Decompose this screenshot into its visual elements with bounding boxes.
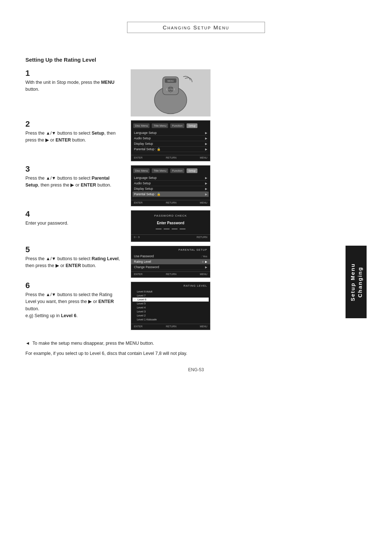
rs-title: RATING LEVEL — [131, 284, 210, 287]
step-5-screen: PARENTAL SETUP Use Password : Yes Rating… — [131, 246, 210, 278]
menu-item-audio: Audio Setup▶ — [134, 136, 207, 141]
ps-rating-level-highlighted: Rating Level : 8 ▶ — [131, 259, 210, 265]
step-5-main: 5 Press the ▲/▼ buttons to select Rating… — [25, 246, 342, 360]
pw-range-label: 0 ~ 9 — [134, 236, 140, 238]
ps-use-password: Use Password : Yes — [131, 254, 210, 259]
title-menu-tab-3: Title Menu — [152, 168, 168, 173]
step-6-screen: RATING LEVEL Level 8 Adult Level 7 ✓ Lev… — [131, 282, 210, 330]
function-tab-3: Function — [170, 168, 184, 173]
rs-level6-highlighted: ✓ Level 6 — [132, 298, 209, 302]
step-2-number: 2 — [25, 120, 123, 128]
ps-change-password: Change Password ▶ — [131, 265, 210, 270]
step-2-menu-bar: Disc Menu Title Menu Function Setup — [131, 123, 210, 129]
step-6-text: Press the ▲/▼ buttons to select the Rati… — [25, 291, 123, 320]
step-2-image: Disc Menu Title Menu Function Setup Lang… — [131, 120, 211, 161]
step-3-bottom-bar: ENTER RETURN MENU — [131, 200, 210, 205]
step-5-text: Press the ▲/▼ buttons to select Rating L… — [25, 255, 123, 270]
step-4-screen: PASSWORD CHECK Enter Password 0 ~ 9 RETU… — [131, 210, 210, 242]
step-4-number: 4 — [25, 210, 123, 218]
side-tab: ChangingSetup Menu — [346, 246, 367, 318]
menu-item-language-3: Language Setup▶ — [134, 175, 207, 181]
svg-text:MENU: MENU — [167, 80, 173, 82]
step-6-left: 6 Press the ▲/▼ buttons to select the Ra… — [25, 282, 131, 330]
step-4: 4 Enter your password. PASSWORD CHECK En… — [25, 210, 367, 242]
rs-level1: Level 1 Kidssafe — [134, 318, 207, 321]
step-6-number: 6 — [25, 282, 123, 290]
pw-enter-label: Enter Password — [131, 221, 210, 225]
step-4-text: Enter your password. — [25, 220, 123, 227]
section-heading: Setting Up the Rating Level — [25, 57, 367, 63]
step-3-screen: Disc Menu Title Menu Function Setup Lang… — [131, 165, 210, 206]
step-2-text: Press the ▲/▼ buttons to select Setup, t… — [25, 130, 123, 144]
step-1-number: 1 — [25, 69, 123, 77]
pw-dot-4 — [180, 229, 185, 229]
step-3-image: Disc Menu Title Menu Function Setup Lang… — [131, 165, 211, 206]
page-title: Changing Setup Menu — [163, 24, 229, 30]
function-tab: Function — [170, 123, 184, 128]
step-6-bottom-bar: ENTER RETURN MENU — [131, 324, 210, 328]
disc-menu-tab-3: Disc Menu — [133, 168, 150, 173]
page-title-box: Changing Setup Menu — [127, 22, 265, 33]
step-3-number: 3 — [25, 165, 123, 173]
steps-container: 1 With the unit in Stop mode, press the … — [25, 69, 367, 360]
step-3-menu-bar: Disc Menu Title Menu Function Setup — [131, 168, 210, 174]
pw-dot-1 — [156, 229, 162, 229]
rs-level7: Level 7 — [134, 294, 207, 298]
step-5-image: PARENTAL SETUP Use Password : Yes Rating… — [131, 246, 211, 278]
bottom-note-2: For example, if you select up to Level 6… — [25, 350, 342, 357]
bottom-notes: ◄ To make the setup menu disappear, pres… — [25, 340, 342, 360]
step-2: 2 Press the ▲/▼ buttons to select Setup,… — [25, 120, 367, 161]
step-4-left: 4 Enter your password. — [25, 210, 131, 242]
menu-item-display-3: Display Setup▶ — [134, 186, 207, 192]
step-5-left: 5 Press the ▲/▼ buttons to select Rating… — [25, 246, 131, 278]
pw-title: PASSWORD CHECK — [131, 213, 210, 217]
side-tab-text: ChangingSetup Menu — [349, 263, 363, 301]
step-2-menu-content: Language Setup▶ Audio Setup▶ Display Set… — [131, 129, 210, 153]
title-menu-tab: Title Menu — [152, 123, 168, 128]
step-6-image: RATING LEVEL Level 8 Adult Level 7 ✓ Lev… — [131, 282, 211, 330]
step-2-bottom-bar: ENTER RETURN MENU — [131, 155, 210, 160]
pw-return-label: RETURN — [197, 236, 207, 238]
pw-dot-3 — [172, 229, 177, 229]
step-6: 6 Press the ▲/▼ buttons to select the Ra… — [25, 282, 342, 330]
step-1-left: 1 With the unit in Stop mode, press the … — [25, 69, 131, 116]
step-3-text: Press the ▲/▼ buttons to select Parental… — [25, 175, 123, 189]
step-1: 1 With the unit in Stop mode, press the … — [25, 69, 367, 116]
step-3-left: 3 Press the ▲/▼ buttons to select Parent… — [25, 165, 131, 206]
pw-bottom-bar: 0 ~ 9 RETURN — [131, 234, 210, 239]
page-number: ENG-53 — [25, 367, 367, 372]
menu-item-audio-3: Audio Setup▶ — [134, 181, 207, 186]
remote-svg: MENU ENTER — [131, 69, 210, 116]
pw-dot-2 — [164, 229, 170, 229]
step-3: 3 Press the ▲/▼ buttons to select Parent… — [25, 165, 367, 206]
step-2-left: 2 Press the ▲/▼ buttons to select Setup,… — [25, 120, 131, 161]
step-5: 5 Press the ▲/▼ buttons to select Rating… — [25, 246, 342, 278]
rs-list: Level 8 Adult Level 7 ✓ Level 6 Level 5 … — [131, 289, 210, 322]
bottom-note-1: ◄ To make the setup menu disappear, pres… — [25, 340, 342, 347]
ps-title: PARENTAL SETUP — [131, 248, 210, 251]
step-3-menu-content: Language Setup▶ Audio Setup▶ Display Set… — [131, 174, 210, 198]
step-2-screen: Disc Menu Title Menu Function Setup Lang… — [131, 120, 210, 161]
rs-level5: Level 5 — [134, 302, 207, 306]
step-5-number: 5 — [25, 246, 123, 254]
step-5-row: 5 Press the ▲/▼ buttons to select Rating… — [25, 246, 367, 360]
rs-level2: Level 2 — [134, 314, 207, 318]
menu-item-language: Language Setup▶ — [134, 130, 207, 136]
page-container: Changing Setup Menu Setting Up the Ratin… — [0, 0, 392, 557]
pw-dots — [131, 229, 210, 229]
setup-tab: Setup — [187, 123, 197, 128]
setup-tab-3: Setup — [187, 168, 197, 173]
menu-item-parental: Parental Setup : 🔒▶ — [134, 147, 207, 152]
step-1-image: MENU ENTER — [131, 69, 211, 116]
menu-item-parental-3-highlighted: Parental Setup : 🔒▶ — [132, 192, 209, 197]
step-4-image: PASSWORD CHECK Enter Password 0 ~ 9 RETU… — [131, 210, 211, 242]
step-1-text: With the unit in Stop mode, press the ME… — [25, 79, 123, 93]
step-5-bottom-bar: ENTER RETURN MENU — [131, 271, 210, 276]
disc-menu-tab: Disc Menu — [133, 123, 150, 128]
rs-level4: Level 4 — [134, 306, 207, 310]
rs-level8: Level 8 Adult — [134, 290, 207, 294]
menu-item-display: Display Setup▶ — [134, 141, 207, 147]
rs-level3: Level 3 — [134, 310, 207, 314]
